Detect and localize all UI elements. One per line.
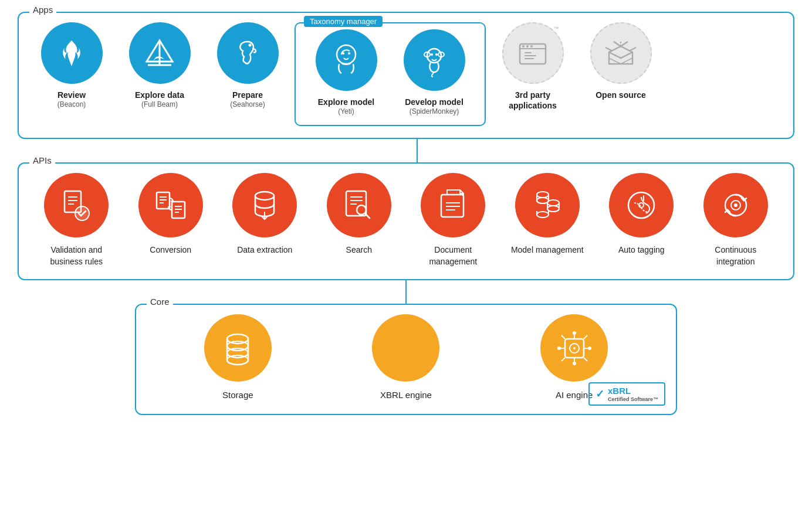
api-document-management: Document management: [412, 173, 494, 267]
document-management-icon: [434, 186, 472, 224]
svg-point-6: [342, 52, 344, 55]
app-develop-model: ™ Develop model: [393, 29, 475, 115]
review-sub: (Beacon): [57, 100, 86, 108]
review-icon: [54, 36, 89, 71]
api-model-management: Model management: [506, 173, 588, 256]
model-management-icon: [529, 186, 566, 224]
document-management-name: Document management: [412, 244, 494, 267]
model-management-icon-circle: [515, 173, 580, 237]
app-third-party: ™ 3rd party applications: [492, 22, 574, 111]
svg-line-69: [561, 358, 565, 361]
search-icon: [340, 186, 378, 224]
svg-point-73: [557, 346, 561, 350]
main-container: Apps ™ Review (Beacon) ™: [0, 0, 812, 427]
explore-data-sub: (Full Beam): [141, 100, 178, 108]
svg-point-36: [255, 192, 274, 200]
prepare-name: Prepare: [232, 90, 263, 100]
open-source-icon-circle: [590, 22, 652, 84]
svg-point-4: [249, 43, 252, 46]
review-icon-circle: ™: [41, 22, 103, 84]
explore-model-icon: [329, 43, 364, 78]
svg-point-49: [547, 200, 559, 206]
model-management-name: Model management: [511, 244, 584, 256]
third-party-icon: [515, 36, 550, 71]
svg-point-12: [435, 53, 438, 56]
core-storage: Storage: [191, 314, 285, 400]
app-explore-model: ™ Explore model: [305, 29, 387, 115]
check-icon: ✓: [596, 388, 604, 400]
app-prepare: ™ Prepare (Seahorse): [207, 22, 289, 108]
continuous-integration-name: Continuous integration: [695, 244, 777, 267]
svg-point-5: [337, 45, 356, 64]
document-management-icon-circle: [421, 173, 485, 237]
app-explore-data: ™ Explore data (Full Beam): [119, 22, 201, 108]
prepare-icon-circle: ™: [217, 22, 279, 84]
svg-rect-18: [525, 52, 532, 53]
svg-line-70: [584, 358, 587, 361]
xbrl-engine-icon-circle: ™: [372, 314, 439, 382]
third-party-icon-circle: ™: [502, 22, 564, 84]
explore-model-icon-circle: ™: [316, 29, 377, 91]
svg-point-51: [537, 212, 549, 218]
continuous-integration-icon: [717, 186, 755, 224]
svg-point-16: [526, 45, 529, 47]
explore-data-icon: [142, 36, 177, 71]
core-xbrl-engine: ™ XBRL engine: [359, 314, 453, 400]
svg-point-59: [227, 355, 248, 365]
open-source-name: Open source: [596, 90, 646, 100]
third-party-name: 3rd party applications: [492, 90, 574, 111]
core-section: Core Storage: [135, 304, 677, 415]
apis-row: Validation and business rules: [31, 173, 781, 267]
apps-section: Apps ™ Review (Beacon) ™: [18, 12, 794, 139]
explore-model-name: Explore model: [318, 97, 374, 107]
explore-data-icon-circle: ™: [129, 22, 191, 84]
svg-point-7: [348, 52, 350, 55]
app-open-source: Open source: [580, 22, 662, 100]
taxonomy-group: Taxonomy manager ™: [295, 22, 486, 126]
core-row: Storage ™ XBRL: [160, 314, 652, 400]
svg-point-15: [522, 45, 525, 47]
svg-point-62: [573, 347, 576, 349]
svg-line-22: [621, 58, 632, 64]
svg-point-72: [573, 362, 576, 365]
api-continuous-integration: ™ Continuous integration: [695, 173, 777, 267]
api-auto-tagging: Auto tagging: [600, 173, 682, 256]
svg-point-48: [537, 198, 549, 203]
core-label: Core: [147, 297, 173, 307]
svg-point-47: [537, 192, 549, 198]
search-icon-circle: [327, 173, 391, 237]
validation-icon-circle: [44, 173, 109, 237]
api-conversion: Conversion: [130, 173, 212, 256]
prepare-sub: (Seahorse): [230, 100, 265, 108]
storage-icon: [218, 328, 258, 368]
svg-rect-19: [525, 55, 536, 56]
svg-line-68: [584, 335, 587, 339]
ai-engine-icon-circle: [540, 314, 608, 382]
svg-line-67: [561, 335, 565, 339]
continuous-integration-icon-circle: ™: [703, 173, 768, 237]
search-name: Search: [346, 244, 372, 256]
review-name: Review: [57, 90, 86, 100]
api-data-extraction: Data extraction: [224, 173, 306, 256]
data-extraction-icon-circle: [232, 173, 297, 237]
apis-section: APIs Validation and business rules: [18, 162, 794, 280]
xbrl-certified-badge: ✓ xBRL Certified Software™: [588, 382, 665, 406]
explore-model-sub: (Yeti): [338, 107, 354, 115]
validation-icon: [57, 186, 95, 224]
data-extraction-icon: [246, 186, 283, 224]
conversion-icon-circle: [138, 173, 203, 237]
validation-name: Validation and business rules: [35, 244, 117, 267]
xbrl-engine-icon: [386, 328, 426, 368]
svg-line-21: [609, 58, 621, 64]
apis-label: APIs: [29, 155, 55, 165]
svg-point-11: [431, 53, 433, 56]
taxonomy-label: Taxonomy manager: [304, 16, 383, 27]
develop-model-icon-circle: ™: [404, 29, 465, 91]
conversion-name: Conversion: [150, 244, 191, 256]
auto-tagging-icon-circle: [609, 173, 674, 237]
apps-label: Apps: [29, 5, 56, 15]
svg-point-74: [588, 346, 591, 350]
svg-point-17: [530, 45, 533, 47]
svg-point-27: [75, 206, 89, 220]
develop-model-icon: [417, 43, 452, 78]
